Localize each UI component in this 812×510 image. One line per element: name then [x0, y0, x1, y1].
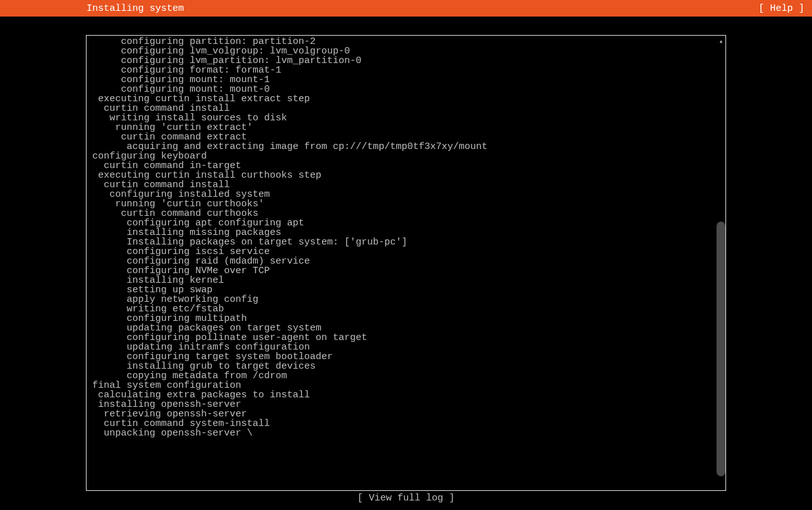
header: Installing system [ Help ]: [0, 0, 812, 17]
log-line: configuring partition: partition-2: [87, 37, 720, 46]
log-line: executing curtin install curthooks step: [87, 171, 720, 180]
log-line: configuring iscsi service: [87, 247, 720, 257]
log-line: acquiring and extracting image from cp:/…: [87, 142, 720, 152]
log-line: curtin command install: [87, 104, 720, 113]
log-line: curtin command system-install: [87, 419, 720, 429]
log-line: configuring mount: mount-0: [87, 85, 720, 94]
log-line: running 'curtin curthooks': [87, 199, 720, 209]
log-line: executing curtin install extract step: [87, 94, 720, 104]
scrollbar[interactable]: [717, 222, 725, 476]
log-line: installing openssh-server: [87, 400, 720, 409]
log-line: unpacking openssh-server \: [87, 429, 720, 438]
log-line: running 'curtin extract': [87, 123, 720, 132]
log-line: configuring lvm_volgroup: lvm_volgroup-0: [87, 46, 720, 56]
log-line: setting up swap: [87, 285, 720, 295]
log-line: curtin command curthooks: [87, 209, 720, 218]
log-line: installing missing packages: [87, 228, 720, 237]
log-line: curtin command extract: [87, 132, 720, 142]
log-line: final system configuration: [87, 381, 720, 390]
log-line: configuring target system bootloader: [87, 352, 720, 362]
log-line: retrieving openssh-server: [87, 409, 720, 419]
log-line: configuring keyboard: [87, 152, 720, 161]
log-line: updating initramfs configuration: [87, 343, 720, 352]
log-line: Installing packages on target system: ['…: [87, 237, 720, 247]
log-line: configuring installed system: [87, 190, 720, 199]
log-line: installing kernel: [87, 276, 720, 285]
log-content: configuring partition: partition-2 confi…: [87, 36, 725, 490]
scroll-up-icon[interactable]: ▴: [718, 38, 724, 45]
footer: [ View full log ]: [0, 493, 812, 504]
log-line: configuring format: format-1: [87, 66, 720, 75]
log-panel: configuring partition: partition-2 confi…: [86, 35, 726, 491]
log-line: writing install sources to disk: [87, 113, 720, 123]
log-line: curtin command install: [87, 180, 720, 190]
log-line: configuring NVMe over TCP: [87, 266, 720, 276]
log-line: writing etc/fstab: [87, 304, 720, 314]
page-title: Installing system: [87, 3, 184, 14]
log-line: configuring mount: mount-1: [87, 75, 720, 85]
log-line: configuring apt configuring apt: [87, 218, 720, 228]
log-line: curtin command in-target: [87, 161, 720, 171]
log-line: calculating extra packages to install: [87, 390, 720, 400]
log-line: updating packages on target system: [87, 323, 720, 333]
log-line: configuring raid (mdadm) service: [87, 257, 720, 266]
help-button[interactable]: [ Help ]: [759, 3, 804, 14]
log-line: configuring lvm_partition: lvm_partition…: [87, 56, 720, 66]
log-line: installing grub to target devices: [87, 362, 720, 371]
log-line: copying metadata from /cdrom: [87, 371, 720, 381]
log-line: configuring pollinate user-agent on targ…: [87, 333, 720, 343]
log-line: configuring multipath: [87, 314, 720, 323]
view-full-log-button[interactable]: [ View full log ]: [357, 493, 454, 504]
log-line: apply networking config: [87, 295, 720, 304]
